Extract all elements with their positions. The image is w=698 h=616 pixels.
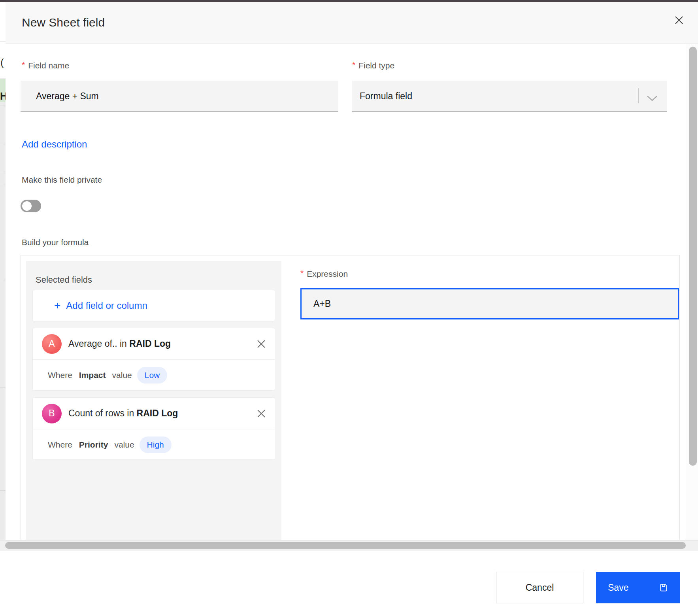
add-description-link[interactable]: Add description	[22, 138, 87, 150]
field-type-label: * Field type	[352, 60, 394, 71]
sheet-partial-text: H	[0, 90, 6, 102]
chevron-down-icon	[647, 93, 658, 104]
field-b-source: RAID Log	[137, 408, 178, 418]
add-field-label: Add field or column	[66, 300, 147, 311]
card-header: B Count of rows in RAID Log	[33, 398, 275, 429]
formula-field-card-a: A Average of.. in RAID Log Where Impact …	[32, 328, 275, 391]
grid-line	[0, 145, 6, 145]
field-name-value: Average + Sum	[36, 91, 99, 102]
formula-field-card-b: B Count of rows in RAID Log Where Priori…	[32, 397, 275, 460]
background-sheet-sliver: ( H	[0, 2, 6, 616]
close-icon	[257, 340, 266, 348]
field-name-label: * Field name	[22, 60, 69, 71]
field-a-where-row: Where Impact value Low	[33, 360, 275, 391]
horizontal-scrollbar	[0, 540, 698, 551]
field-type-label-text: Field type	[358, 60, 394, 71]
horizontal-scrollbar-thumb[interactable]	[5, 542, 686, 549]
field-name-label-text: Field name	[28, 60, 69, 71]
field-type-value: Formula field	[360, 91, 412, 102]
card-header: A Average of.. in RAID Log	[33, 328, 275, 359]
save-floppy-icon	[658, 582, 669, 595]
where-column: Priority	[79, 440, 108, 450]
field-b-where-row: Where Priority value High	[33, 429, 275, 460]
remove-field-a-button[interactable]	[254, 337, 268, 351]
grid-line	[0, 280, 6, 280]
dialog-footer	[0, 551, 698, 616]
field-type-select[interactable]: Formula field	[352, 81, 667, 112]
expression-label-text: Expression	[307, 268, 348, 280]
grid-line	[0, 171, 6, 171]
where-value-pill[interactable]: High	[140, 436, 172, 453]
screen: ( H New Sheet field * Field name Average…	[0, 0, 698, 616]
where-value-label: value	[112, 370, 132, 380]
sheet-partial-text: (	[0, 57, 4, 69]
sheet-green-cell: H	[0, 79, 6, 102]
make-private-toggle[interactable]	[21, 200, 41, 212]
vertical-scrollbar-thumb[interactable]	[689, 47, 697, 466]
grid-line	[0, 490, 6, 491]
cancel-button[interactable]: Cancel	[496, 572, 583, 603]
dialog-title: New Sheet field	[22, 16, 105, 29]
grid-line	[0, 184, 6, 184]
where-column: Impact	[79, 370, 106, 380]
close-icon	[674, 15, 684, 25]
where-value-label: value	[114, 440, 134, 450]
add-field-or-column-button[interactable]: + Add field or column	[32, 290, 275, 321]
where-label: Where	[48, 440, 72, 450]
build-formula-label: Build your formula	[22, 237, 89, 248]
field-a-source: RAID Log	[129, 338, 171, 349]
selected-fields-label: Selected fields	[36, 274, 92, 285]
dialog-header: New Sheet field	[6, 2, 698, 43]
field-a-title-prefix: Average of.. in	[68, 338, 127, 349]
required-asterisk: *	[352, 60, 355, 70]
select-divider	[638, 88, 639, 103]
required-asterisk: *	[300, 268, 304, 278]
save-button-label: Save	[608, 582, 628, 593]
close-icon	[257, 409, 266, 418]
field-a-title: Average of.. in RAID Log	[68, 338, 171, 349]
cancel-button-label: Cancel	[526, 582, 554, 593]
field-b-badge: B	[42, 404, 62, 423]
where-value-pill[interactable]: Low	[137, 367, 168, 384]
toggle-knob	[22, 201, 32, 211]
field-b-title-prefix: Count of rows in	[68, 408, 134, 418]
save-button[interactable]: Save	[596, 572, 680, 603]
grid-line	[0, 387, 6, 388]
make-private-label: Make this field private	[22, 174, 102, 185]
expression-label: * Expression	[300, 268, 348, 280]
expression-value: A+B	[313, 299, 331, 309]
expression-input[interactable]: A+B	[300, 288, 679, 319]
required-asterisk: *	[22, 60, 25, 70]
dialog-close-button[interactable]	[670, 11, 689, 30]
field-name-input[interactable]: Average + Sum	[21, 81, 338, 112]
where-label: Where	[48, 370, 72, 380]
grid-line	[0, 42, 6, 42]
grid-line	[0, 106, 6, 106]
plus-icon: +	[54, 300, 60, 311]
vertical-scrollbar	[686, 44, 698, 540]
remove-field-b-button[interactable]	[254, 406, 268, 421]
field-b-title: Count of rows in RAID Log	[68, 408, 178, 419]
field-a-badge: A	[42, 334, 62, 354]
